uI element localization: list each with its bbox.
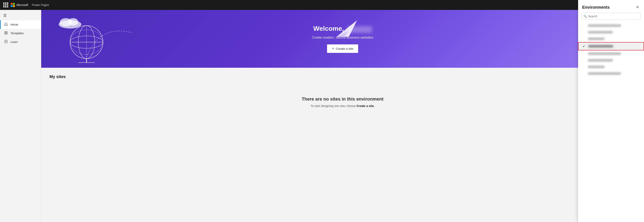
env-panel-title: Environments	[582, 5, 610, 10]
my-sites-section: My sites There are no sites in this envi…	[41, 68, 644, 127]
env-list-item[interactable]	[578, 57, 644, 64]
env-item-name	[588, 45, 613, 48]
svg-rect-1	[6, 31, 8, 33]
main-content: Welcome, Create modern, secure business …	[41, 10, 644, 222]
hamburger-button[interactable]: ☰	[0, 12, 41, 19]
env-list-item[interactable]	[578, 50, 644, 57]
env-checkmark-icon: ✓	[583, 45, 586, 48]
env-list-item[interactable]	[578, 22, 644, 29]
env-item-name	[588, 59, 613, 62]
empty-state-title: There are no sites in this environment	[54, 96, 632, 102]
plus-icon: +	[332, 46, 334, 51]
templates-icon	[4, 31, 8, 36]
main-layout: ☰ Home Templates	[0, 10, 644, 222]
sidebar-item-templates[interactable]: Templates	[0, 29, 41, 38]
search-icon: 🔍	[584, 15, 587, 18]
env-item-name	[588, 52, 621, 55]
my-sites-title: My sites	[50, 74, 636, 79]
env-item-name	[588, 31, 613, 34]
topbar: Microsoft Power Pages Environment 🌐 🔔 ⚙ …	[0, 0, 644, 10]
hero-welcome-text: Welcome,	[313, 25, 344, 32]
create-site-button[interactable]: + Create a site	[327, 44, 358, 53]
app-launcher-button[interactable]	[3, 3, 8, 8]
env-search-container: 🔍	[582, 13, 641, 20]
empty-state-subtitle-prefix: To start designing one now, choose	[311, 104, 357, 107]
env-list-item[interactable]	[578, 64, 644, 70]
sidebar-item-learn[interactable]: Learn	[0, 38, 41, 46]
env-list-item[interactable]	[578, 29, 644, 36]
hero-subtitle: Create modern, secure business websites	[312, 36, 374, 39]
sidebar-item-home[interactable]: Home	[0, 20, 41, 29]
product-name: Power Pages	[32, 3, 49, 7]
env-panel-header: Environments ✕	[578, 0, 644, 13]
env-item-name	[588, 66, 604, 68]
env-list-item-selected[interactable]: ✓	[578, 42, 644, 50]
hero-banner: Welcome, Create modern, secure business …	[41, 10, 644, 68]
svg-rect-3	[6, 33, 8, 34]
microsoft-brand-text: Microsoft	[16, 3, 28, 7]
learn-icon	[4, 40, 8, 44]
env-list: ✓	[578, 22, 644, 222]
hero-user-name-blurred	[347, 26, 372, 33]
home-icon	[4, 22, 8, 27]
hero-content: Welcome, Create modern, secure business …	[312, 25, 374, 53]
env-item-name	[588, 72, 621, 75]
env-panel-close-button[interactable]: ✕	[635, 4, 640, 10]
empty-state: There are no sites in this environment T…	[50, 84, 636, 120]
env-list-item[interactable]	[578, 70, 644, 77]
empty-state-subtitle-link: Create a site.	[356, 104, 374, 107]
env-item-name	[588, 24, 621, 27]
svg-rect-2	[4, 33, 6, 34]
dotted-arc-decoration	[82, 20, 134, 62]
sidebar-home-label: Home	[10, 23, 18, 26]
svg-rect-0	[4, 31, 6, 33]
env-item-name	[588, 38, 604, 40]
env-list-item[interactable]	[578, 36, 644, 42]
sidebar-templates-label: Templates	[10, 32, 24, 35]
env-search-input[interactable]	[582, 13, 641, 20]
sidebar-learn-label: Learn	[10, 40, 18, 44]
create-site-label: Create a site	[336, 47, 353, 50]
sidebar: ☰ Home Templates	[0, 10, 41, 222]
microsoft-logo: Microsoft	[11, 3, 28, 7]
empty-state-subtitle: To start designing one now, choose Creat…	[54, 104, 632, 107]
environments-panel: Environments ✕ 🔍 ✓	[578, 0, 644, 222]
